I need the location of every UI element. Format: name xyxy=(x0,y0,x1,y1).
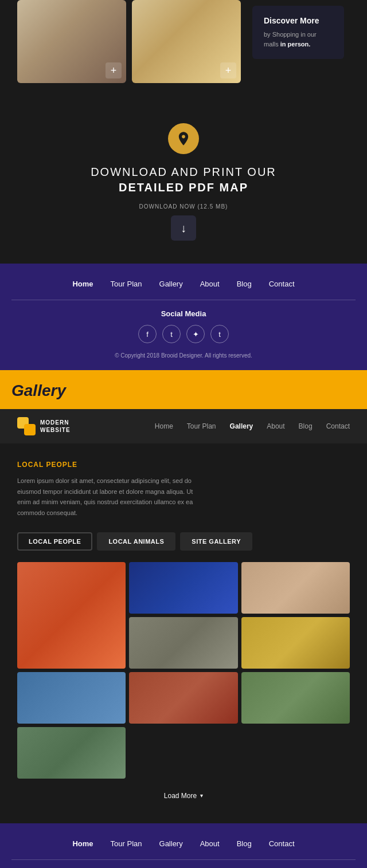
footer-divider-2 xyxy=(11,859,356,860)
facebook-icon-1[interactable]: f xyxy=(138,325,157,343)
copyright-1: © Copyright 2018 Brooid Designer. All ri… xyxy=(11,352,356,359)
gallery-site-nav: Home Tour Plan Gallery About Blog Contac… xyxy=(155,422,350,430)
gallery-logo: MODERN WEBSITE xyxy=(17,417,71,435)
chevron-down-icon: ▾ xyxy=(200,792,203,799)
gallery-nav-about[interactable]: About xyxy=(267,422,284,430)
photo-grid xyxy=(17,562,350,779)
social-media-title-1: Social Media xyxy=(11,309,356,318)
footer-nav-1-about[interactable]: About xyxy=(200,280,220,288)
discover-title: Discover More xyxy=(264,16,333,25)
gallery-nav-home[interactable]: Home xyxy=(155,422,173,430)
mushrooms-image-wrap: + xyxy=(17,0,126,83)
logo-square-2 xyxy=(24,424,36,435)
spices-plus-button[interactable]: + xyxy=(220,62,236,78)
gallery-description: Lorem ipsum dolor sit amet, consectetur … xyxy=(17,476,201,519)
gallery-nav-blog[interactable]: Blog xyxy=(299,422,313,430)
footer-nav-2-blog[interactable]: Blog xyxy=(237,839,252,848)
gallery-nav-contact[interactable]: Contact xyxy=(326,422,350,430)
footer-divider-1 xyxy=(11,300,356,300)
footer-nav-2-about[interactable]: About xyxy=(200,839,220,848)
instagram-icon-1[interactable]: ✦ xyxy=(186,325,205,343)
gallery-site: MODERN WEBSITE Home Tour Plan Gallery Ab… xyxy=(0,409,367,868)
footer-nav-1-contact[interactable]: Contact xyxy=(269,280,295,288)
footer-nav-2-tourplan[interactable]: Tour Plan xyxy=(111,839,142,848)
download-section: DOWNLOAD AND PRINT OUR DETAILED PDF MAP … xyxy=(0,100,367,264)
footer-nav-2-contact[interactable]: Contact xyxy=(269,839,295,848)
photo-img-8 xyxy=(241,672,350,724)
logo-squares xyxy=(17,417,36,435)
tumblr-icon-1[interactable]: t xyxy=(210,325,229,343)
gallery-nav-tourplan[interactable]: Tour Plan xyxy=(187,422,216,430)
photo-1 xyxy=(17,562,126,669)
photo-6 xyxy=(17,672,126,724)
gallery-content: LOCAL PEOPLE Lorem ipsum dolor sit amet,… xyxy=(0,443,367,823)
gallery-site-header: MODERN WEBSITE Home Tour Plan Gallery Ab… xyxy=(0,409,367,443)
footer-nav-2-links: Home Tour Plan Gallery About Blog Contac… xyxy=(11,839,356,848)
download-label: DOWNLOAD NOW (12.5 MB) xyxy=(17,203,350,210)
photo-img-3 xyxy=(241,562,350,614)
gallery-nav-gallery[interactable]: Gallery xyxy=(230,422,253,430)
twitter-icon-1[interactable]: t xyxy=(162,325,181,343)
photo-3 xyxy=(241,562,350,614)
map-icon xyxy=(168,123,199,154)
photo-7 xyxy=(129,672,237,724)
photo-8 xyxy=(241,672,350,724)
gallery-label-section: Gallery xyxy=(0,370,367,409)
footer-nav-2-gallery[interactable]: Gallery xyxy=(159,839,183,848)
logo-text: MODERN WEBSITE xyxy=(40,419,71,434)
load-more-button[interactable]: Load More ▾ xyxy=(164,792,203,800)
photo-2 xyxy=(129,562,237,614)
section-title: LOCAL PEOPLE xyxy=(17,461,350,469)
filter-local-animals[interactable]: LOCAL ANIMALS xyxy=(97,532,175,551)
footer-nav-1-tourplan[interactable]: Tour Plan xyxy=(111,280,142,288)
mushrooms-plus-button[interactable]: + xyxy=(106,62,122,78)
discover-more-box: Discover More by Shopping in our malls i… xyxy=(252,6,344,59)
photo-img-9 xyxy=(17,727,126,779)
footer-nav-2: Home Tour Plan Gallery About Blog Contac… xyxy=(0,823,367,868)
photo-img-6 xyxy=(17,672,126,724)
filter-site-gallery[interactable]: SITE GALLERY xyxy=(180,532,252,551)
download-pre-title: DOWNLOAD AND PRINT OUR xyxy=(17,166,350,179)
photo-img-2 xyxy=(129,562,237,614)
spices-image-wrap: + xyxy=(132,0,241,83)
discover-text: by Shopping in our malls in person. xyxy=(264,30,333,49)
photo-9 xyxy=(17,727,126,779)
top-image-section: + + Discover More by Shopping in our mal… xyxy=(0,0,367,100)
footer-nav-1-home[interactable]: Home xyxy=(72,280,93,288)
photo-img-4 xyxy=(129,617,237,669)
footer-nav-1: Home Tour Plan Gallery About Blog Contac… xyxy=(0,264,367,370)
download-title: DETAILED PDF MAP xyxy=(17,181,350,194)
social-icons-1: f t ✦ t xyxy=(11,325,356,343)
gallery-filters: LOCAL PEOPLE LOCAL ANIMALS SITE GALLERY xyxy=(17,532,350,551)
gallery-section-label: Gallery xyxy=(11,382,356,400)
photo-4 xyxy=(129,617,237,669)
photo-5 xyxy=(241,617,350,669)
footer-nav-2-home[interactable]: Home xyxy=(72,839,93,848)
filter-local-people[interactable]: LOCAL PEOPLE xyxy=(17,532,92,551)
footer-nav-1-links: Home Tour Plan Gallery About Blog Contac… xyxy=(11,280,356,288)
footer-nav-1-blog[interactable]: Blog xyxy=(237,280,252,288)
photo-img-5 xyxy=(241,617,350,669)
load-more-wrap: Load More ▾ xyxy=(17,790,350,800)
photo-img-1 xyxy=(17,562,126,669)
photo-img-7 xyxy=(129,672,237,724)
download-button[interactable]: ↓ xyxy=(171,215,196,241)
footer-nav-1-gallery[interactable]: Gallery xyxy=(159,280,183,288)
